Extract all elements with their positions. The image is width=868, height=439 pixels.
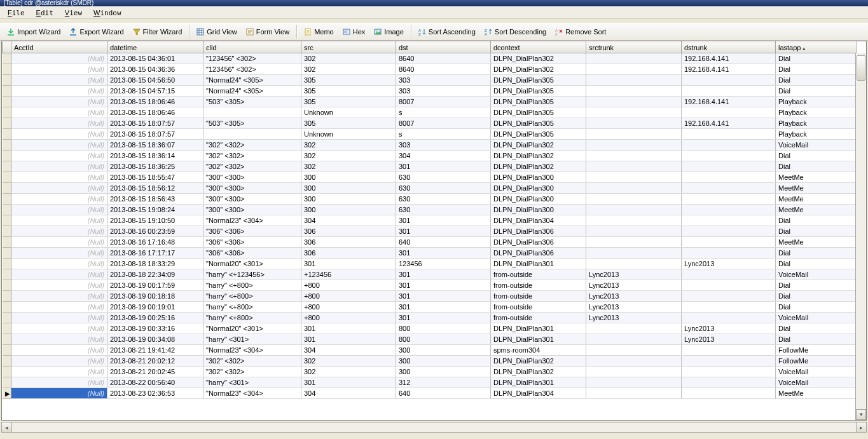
cell-acctid[interactable]: (Null) xyxy=(11,172,107,183)
cell-dcontext[interactable]: DLPN_DialPlan300 xyxy=(491,205,586,215)
cell-datetime[interactable]: 2013-08-18 22:34:09 xyxy=(107,269,203,280)
cell-clid[interactable]: "302" <302> xyxy=(203,151,301,161)
cell-src[interactable]: 302 xyxy=(301,161,396,172)
cell-src[interactable]: 301 xyxy=(301,259,396,269)
cell-acctid[interactable]: (Null) xyxy=(11,313,107,323)
cell-dcontext[interactable]: DLPN_DialPlan306 xyxy=(491,226,586,237)
cell-clid[interactable]: "harry" <+123456> xyxy=(203,269,301,280)
image-button[interactable]: Image xyxy=(369,26,408,37)
cell-acctid[interactable]: (Null) xyxy=(11,377,107,388)
cell-lastapp[interactable]: MeetMe xyxy=(776,205,857,215)
cell-srctrunk[interactable] xyxy=(586,248,682,259)
cell-dsttrunk[interactable] xyxy=(682,140,776,151)
scroll-track[interactable] xyxy=(12,422,856,433)
hex-button[interactable]: 0F Hex xyxy=(338,26,370,37)
col-src[interactable]: src xyxy=(301,42,396,53)
table-row[interactable]: (Null)2013-08-15 19:08:24"300" <300>3006… xyxy=(3,205,857,215)
row-indicator[interactable]: ▶ xyxy=(3,388,11,399)
cell-acctid[interactable]: (Null) xyxy=(11,334,107,345)
cell-datetime[interactable]: 2013-08-15 18:36:25 xyxy=(107,161,203,172)
cell-acctid[interactable]: (Null) xyxy=(11,64,107,75)
table-row[interactable]: (Null)2013-08-16 00:23:59"306" <306>3063… xyxy=(3,226,857,237)
cell-clid[interactable]: "harry" <+800> xyxy=(203,302,301,313)
menu-edit[interactable]: Edit xyxy=(31,8,59,18)
row-indicator[interactable] xyxy=(3,53,11,64)
cell-srctrunk[interactable]: Lync2013 xyxy=(586,280,682,291)
cell-dcontext[interactable]: DLPN_DialPlan305 xyxy=(491,86,586,97)
table-row[interactable]: (Null)2013-08-15 04:36:36"123456" <302>3… xyxy=(3,64,857,75)
cell-acctid[interactable]: (Null) xyxy=(11,367,107,377)
cell-clid[interactable]: "Normal23" <304> xyxy=(203,215,301,226)
cell-clid[interactable]: "123456" <302> xyxy=(203,64,301,75)
cell-dcontext[interactable]: DLPN_DialPlan302 xyxy=(491,64,586,75)
table-row[interactable]: (Null)2013-08-15 18:36:07"302" <302>3023… xyxy=(3,140,857,151)
cell-acctid[interactable]: (Null) xyxy=(11,161,107,172)
table-row[interactable]: (Null)2013-08-15 18:06:46"503" <305>3058… xyxy=(3,97,857,107)
cell-datetime[interactable]: 2013-08-15 04:36:01 xyxy=(107,53,203,64)
cell-dsttrunk[interactable] xyxy=(682,367,776,377)
row-indicator[interactable] xyxy=(3,313,11,323)
cell-srctrunk[interactable] xyxy=(586,172,682,183)
cell-lastapp[interactable]: Dial xyxy=(776,161,857,172)
table-row[interactable]: (Null)2013-08-19 00:33:16"Normal20" <301… xyxy=(3,323,857,334)
cell-src[interactable]: 305 xyxy=(301,86,396,97)
cell-srctrunk[interactable] xyxy=(586,377,682,388)
cell-dsttrunk[interactable] xyxy=(682,205,776,215)
cell-src[interactable]: 301 xyxy=(301,377,396,388)
cell-acctid[interactable]: (Null) xyxy=(11,118,107,129)
cell-dsttrunk[interactable] xyxy=(682,269,776,280)
cell-dsttrunk[interactable] xyxy=(682,356,776,367)
cell-dsttrunk[interactable] xyxy=(682,129,776,140)
cell-clid[interactable]: "300" <300> xyxy=(203,194,301,205)
sort-asc-button[interactable]: AZ Sort Ascending xyxy=(414,26,480,37)
cell-dst[interactable]: 630 xyxy=(396,205,491,215)
cell-dst[interactable]: 301 xyxy=(396,226,491,237)
cell-datetime[interactable]: 2013-08-16 17:17:17 xyxy=(107,248,203,259)
row-indicator[interactable] xyxy=(3,345,11,356)
cell-dst[interactable]: 630 xyxy=(396,183,491,194)
col-acctid[interactable]: AcctId xyxy=(11,42,107,53)
cell-datetime[interactable]: 2013-08-15 19:10:50 xyxy=(107,215,203,226)
cell-acctid[interactable]: (Null) xyxy=(11,323,107,334)
cell-datetime[interactable]: 2013-08-15 18:55:47 xyxy=(107,172,203,183)
cell-clid[interactable]: "306" <306> xyxy=(203,237,301,248)
row-indicator[interactable] xyxy=(3,151,11,161)
menu-file[interactable]: File xyxy=(3,8,30,18)
cell-dcontext[interactable]: DLPN_DialPlan301 xyxy=(491,259,586,269)
cell-dsttrunk[interactable] xyxy=(682,75,776,86)
row-indicator[interactable] xyxy=(3,323,11,334)
cell-datetime[interactable]: 2013-08-19 00:19:01 xyxy=(107,302,203,313)
cell-clid[interactable]: "harry" <+800> xyxy=(203,313,301,323)
cell-datetime[interactable]: 2013-08-16 00:23:59 xyxy=(107,226,203,237)
cell-dcontext[interactable]: from-outside xyxy=(491,313,586,323)
cell-dsttrunk[interactable] xyxy=(682,388,776,399)
cell-dcontext[interactable]: DLPN_DialPlan301 xyxy=(491,377,586,388)
col-datetime[interactable]: datetime xyxy=(107,42,203,53)
cell-srctrunk[interactable] xyxy=(586,237,682,248)
cell-srctrunk[interactable] xyxy=(586,215,682,226)
cell-lastapp[interactable]: Dial xyxy=(776,64,857,75)
cell-clid[interactable]: "harry" <301> xyxy=(203,377,301,388)
cell-lastapp[interactable]: FollowMe xyxy=(776,356,857,367)
cell-dcontext[interactable]: DLPN_DialPlan306 xyxy=(491,237,586,248)
cell-dst[interactable]: s xyxy=(396,129,491,140)
cell-acctid[interactable]: (Null) xyxy=(11,215,107,226)
table-row[interactable]: (Null)2013-08-18 18:33:29"Normal20" <301… xyxy=(3,259,857,269)
table-row[interactable]: (Null)2013-08-18 22:34:09"harry" <+12345… xyxy=(3,269,857,280)
row-indicator[interactable] xyxy=(3,172,11,183)
cell-dsttrunk[interactable] xyxy=(682,248,776,259)
cell-lastapp[interactable]: VoiceMail xyxy=(776,140,857,151)
cell-datetime[interactable]: 2013-08-21 19:41:42 xyxy=(107,345,203,356)
cell-datetime[interactable]: 2013-08-15 18:06:46 xyxy=(107,107,203,118)
cell-acctid[interactable]: (Null) xyxy=(11,75,107,86)
cell-srctrunk[interactable] xyxy=(586,53,682,64)
table-row[interactable]: (Null)2013-08-15 18:36:14"302" <302>3023… xyxy=(3,151,857,161)
cell-dst[interactable]: 303 xyxy=(396,86,491,97)
cell-datetime[interactable]: 2013-08-19 00:25:16 xyxy=(107,313,203,323)
cell-clid[interactable]: "harry" <+800> xyxy=(203,291,301,302)
cell-dsttrunk[interactable]: Lync2013 xyxy=(682,323,776,334)
cell-dst[interactable]: 312 xyxy=(396,377,491,388)
row-indicator[interactable] xyxy=(3,356,11,367)
table-row[interactable]: (Null)2013-08-15 18:07:57"503" <305>3058… xyxy=(3,118,857,129)
cell-srctrunk[interactable] xyxy=(586,194,682,205)
